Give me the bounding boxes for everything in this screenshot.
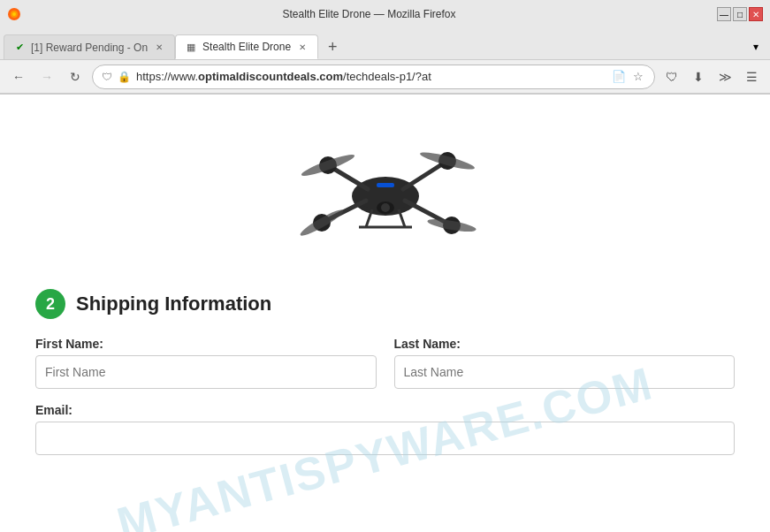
tab-drone[interactable]: ▦ Stealth Elite Drone ✕ [175,34,318,59]
email-label: Email: [35,403,735,417]
reload-button[interactable]: ↻ [64,65,87,88]
address-input-container[interactable]: 🛡 🔒 https://www.optimaldiscountdeals.com… [92,65,655,89]
svg-point-18 [298,207,345,239]
step-badge: 2 [35,289,65,319]
tab-reward-close[interactable]: ✕ [153,42,165,54]
browser-chrome: Stealth Elite Drone — Mozilla Firefox — … [0,0,770,95]
drone-image-area [0,95,770,280]
forward-button[interactable]: → [35,65,58,88]
new-tab-button[interactable]: + [320,34,345,59]
minimize-button[interactable]: — [717,7,731,21]
toolbar-right: 🛡 ⬇ ≫ ☰ [660,65,763,88]
address-right-icons: 📄 ☆ [610,68,645,85]
form-row-name: First Name: Last Name: [35,337,735,389]
address-text: https://www.optimaldiscountdeals.com/tec… [136,70,605,83]
title-bar-title: Stealth Elite Drone — Mozilla Firefox [21,8,717,20]
extensions-icon[interactable]: ≫ [713,65,736,88]
section-header: 2 Shipping Information [35,289,735,319]
section-title: Shipping Information [76,293,271,315]
back-button[interactable]: ← [7,65,30,88]
close-button[interactable]: ✕ [749,7,763,21]
title-bar: Stealth Elite Drone — Mozilla Firefox — … [0,0,770,28]
tab-drone-favicon: ▦ [185,41,197,53]
address-bar: ← → ↻ 🛡 🔒 https://www.optimaldiscountdea… [0,60,770,94]
address-domain: optimaldiscountdeals.com [198,70,343,83]
form-group-last-name: Last Name: [394,337,736,389]
window-controls: — □ ✕ [717,7,763,21]
svg-rect-7 [377,183,394,187]
hamburger-menu-icon[interactable]: ☰ [740,65,763,88]
form-group-first-name: First Name: [35,337,377,389]
svg-point-2 [12,12,16,16]
tab-drone-label: Stealth Elite Drone [202,41,291,53]
shield-icon: 🛡 [102,71,112,83]
firefox-icon [7,7,21,21]
tab-reward-favicon: ✔ [13,42,26,54]
drone-image [262,112,509,271]
bookmark-icon[interactable]: ☆ [631,68,645,85]
title-bar-left [7,7,21,21]
tab-dropdown-button[interactable]: ▾ [745,34,766,59]
download-icon[interactable]: ⬇ [687,65,710,88]
tab-drone-close[interactable]: ✕ [296,41,309,53]
form-group-email: Email: [35,403,735,455]
svg-point-6 [381,203,390,212]
lock-icon: 🔒 [118,71,131,83]
first-name-label: First Name: [35,337,377,351]
tab-reward-label: [1] Reward Pending - On [31,42,148,54]
form-row-email: Email: [35,403,735,455]
email-input[interactable] [35,422,735,455]
tab-reward[interactable]: ✔ [1] Reward Pending - On ✕ [4,34,175,59]
container-icon[interactable]: 🛡 [660,65,683,88]
first-name-input[interactable] [35,355,377,389]
last-name-input[interactable] [394,355,736,389]
last-name-label: Last Name: [394,337,736,351]
page-content: MYANTISPYWARE.COM [0,95,770,532]
shipping-section: 2 Shipping Information First Name: Last … [0,280,770,487]
reader-mode-icon[interactable]: 📄 [610,68,628,85]
maximize-button[interactable]: □ [733,7,747,21]
tab-bar: ✔ [1] Reward Pending - On ✕ ▦ Stealth El… [0,28,770,60]
